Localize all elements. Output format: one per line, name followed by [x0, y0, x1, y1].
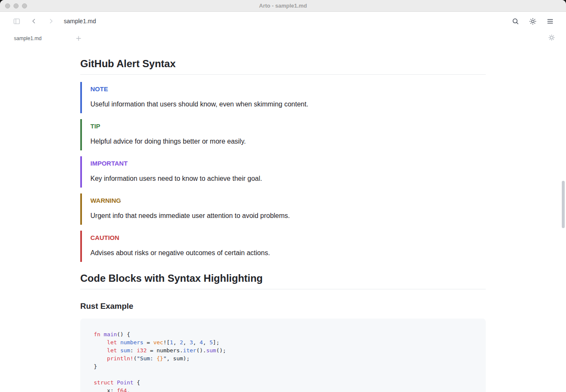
alert-note: NOTE Useful information that users shoul…: [80, 82, 486, 113]
new-tab-button[interactable]: [74, 34, 83, 43]
alert-caution-text: Advises about risks or negative outcomes…: [90, 249, 486, 257]
code-lines: fn main() { let numbers = vec![1, 2, 3, …: [94, 330, 472, 392]
alert-note-label: NOTE: [90, 85, 486, 93]
settings-button[interactable]: [548, 34, 555, 43]
alert-note-text: Useful information that users should kno…: [90, 100, 486, 109]
code-block: fn main() { let numbers = vec![1, 2, 3, …: [80, 318, 486, 392]
search-button[interactable]: [510, 16, 520, 26]
alert-caution-label: CAUTION: [90, 234, 486, 242]
alert-warning-label: WARNING: [90, 196, 486, 205]
plus-icon: [76, 35, 82, 41]
tab-sample1[interactable]: sample1.md: [14, 35, 69, 41]
alert-tip-label: TIP: [90, 122, 486, 131]
gear-icon: [548, 34, 555, 41]
alert-warning: WARNING Urgent info that needs immediate…: [80, 193, 486, 225]
alert-tip: TIP Helpful advice for doing things bett…: [80, 119, 486, 150]
panel-left-icon: [13, 18, 20, 25]
alert-important-text: Key information users need to know to ac…: [90, 174, 486, 183]
document-view: GitHub Alert Syntax NOTE Useful informat…: [0, 46, 566, 392]
alert-important-label: IMPORTANT: [90, 159, 486, 168]
heading-rust-example: Rust Example: [80, 300, 486, 313]
toc-button[interactable]: [545, 16, 555, 26]
theme-toggle-button[interactable]: [528, 16, 538, 26]
window-title: Arto - sample1.md: [0, 3, 566, 9]
alert-important: IMPORTANT Key information users need to …: [80, 156, 486, 188]
list-icon: [547, 18, 554, 25]
alert-tip-text: Helpful advice for doing things better o…: [90, 137, 486, 146]
sun-icon: [529, 18, 536, 25]
rendered-markdown: GitHub Alert Syntax NOTE Useful informat…: [80, 46, 486, 392]
sidebar-toggle-button[interactable]: [11, 16, 22, 26]
back-button[interactable]: [29, 16, 39, 26]
toolbar: sample1.md: [0, 12, 566, 30]
search-icon: [512, 18, 519, 25]
chevron-left-icon: [31, 18, 37, 24]
alert-warning-text: Urgent info that needs immediate user at…: [90, 212, 486, 220]
scrollbar-thumb[interactable]: [562, 181, 565, 228]
breadcrumb-filename: sample1.md: [64, 18, 96, 24]
forward-button[interactable]: [46, 16, 56, 26]
tab-bar: sample1.md: [0, 30, 566, 46]
heading-code-blocks: Code Blocks with Syntax Highlighting: [80, 272, 486, 289]
alert-caution: CAUTION Advises about risks or negative …: [80, 231, 486, 262]
app-window: Arto - sample1.md sample1.md: [0, 0, 566, 392]
titlebar: Arto - sample1.md: [0, 0, 566, 12]
chevron-right-icon: [48, 18, 54, 24]
heading-github-alert-syntax: GitHub Alert Syntax: [80, 57, 486, 75]
